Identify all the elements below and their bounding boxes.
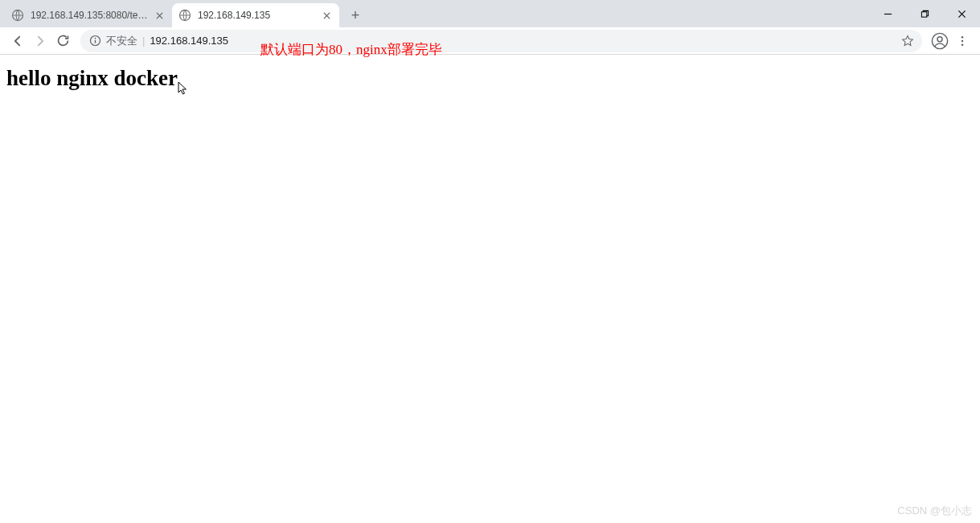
close-window-button[interactable] <box>943 2 980 26</box>
watermark: CSDN @包小志 <box>897 504 972 518</box>
svg-rect-2 <box>921 11 926 16</box>
info-icon[interactable] <box>88 35 101 47</box>
toolbar: 不安全 | 192.168.149.135 <box>0 27 980 55</box>
reload-button[interactable] <box>51 30 74 52</box>
window-controls <box>869 0 980 27</box>
svg-point-9 <box>962 43 964 46</box>
tab-strip: 192.168.149.135:8080/test/ind 192.168.14… <box>0 0 980 27</box>
address-bar[interactable]: 不安全 | 192.168.149.135 <box>80 30 922 52</box>
back-button[interactable] <box>6 30 29 52</box>
tab-inactive[interactable]: 192.168.149.135:8080/test/ind <box>5 3 172 27</box>
tab-active[interactable]: 192.168.149.135 <box>172 3 339 27</box>
svg-point-6 <box>937 36 942 41</box>
security-label: 不安全 <box>106 34 137 48</box>
bookmark-star-icon[interactable] <box>901 35 914 47</box>
tab-title: 192.168.149.135:8080/test/ind <box>31 10 150 21</box>
browser-window: 192.168.149.135:8080/test/ind 192.168.14… <box>0 0 980 523</box>
svg-point-4 <box>94 38 96 39</box>
page-content: hello nginx docker <box>0 55 980 523</box>
plus-icon: + <box>351 7 360 24</box>
kebab-menu-icon[interactable] <box>951 30 974 52</box>
page-heading: hello nginx docker <box>6 66 178 91</box>
divider: | <box>142 35 145 47</box>
svg-point-7 <box>962 35 964 38</box>
url-text: 192.168.149.135 <box>150 35 228 47</box>
cursor-arrow-icon <box>178 81 189 96</box>
close-icon[interactable] <box>320 9 333 22</box>
tab-title: 192.168.149.135 <box>198 10 317 21</box>
profile-avatar-icon[interactable] <box>929 30 951 52</box>
globe-icon <box>178 9 191 22</box>
new-tab-button[interactable]: + <box>344 4 367 27</box>
maximize-button[interactable] <box>906 2 943 26</box>
heading-text: hello nginx docker <box>6 66 178 90</box>
minimize-button[interactable] <box>869 2 906 26</box>
globe-icon <box>11 9 24 22</box>
forward-button[interactable] <box>29 30 51 52</box>
svg-point-8 <box>962 39 964 42</box>
close-icon[interactable] <box>153 9 166 22</box>
